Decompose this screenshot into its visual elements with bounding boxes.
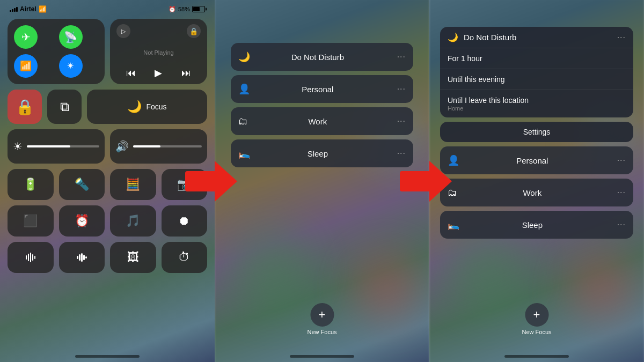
photo-btn[interactable]: 🖼 [110, 242, 156, 273]
timer-icon: ⏱ [178, 250, 190, 264]
p3-sleep-item[interactable]: 🛌 Sleep ··· [440, 211, 633, 239]
shazam-icon: 🎵 [126, 214, 140, 228]
volume-slider[interactable]: 🔊 [110, 129, 207, 164]
toggle-group: ✈ 📡 📶 ✴ [8, 19, 105, 84]
signal-bar-3 [14, 8, 16, 12]
sleep-label: Sleep [238, 149, 397, 158]
work-label: Work [238, 117, 397, 126]
np-controls: ⏮ ▶ ⏭ [116, 67, 201, 79]
p3-work-item[interactable]: 🗂 Work ··· [440, 179, 633, 206]
brightness-fill [27, 145, 70, 147]
work-focus-item[interactable]: 🗂 Work ··· [231, 107, 413, 135]
record-icon: ⏺ [178, 214, 190, 228]
new-focus-label-3: New Focus [522, 329, 551, 335]
alarm-icon: ⏰ [169, 6, 176, 13]
home-indicator-3[interactable] [504, 355, 569, 358]
alarm-grid-icon: ⏰ [75, 214, 89, 228]
dnd-header-moon-icon: 🌙 [448, 32, 458, 42]
p3-personal-more-btn[interactable]: ··· [617, 156, 626, 165]
new-focus-btn-2[interactable]: + New Focus [307, 303, 336, 335]
red-patch-3 [569, 255, 633, 319]
calculator-btn[interactable]: 🧮 [110, 169, 156, 200]
cellular-btn[interactable]: 📡 [59, 25, 83, 49]
cc-row2: 🔒 ⧉ 🌙 Focus [8, 90, 207, 124]
dnd-expanded-menu: 🌙 Do Not Disturb ··· For 1 hour Until th… [440, 27, 633, 243]
wifi-btn[interactable]: 📶 [14, 54, 38, 78]
np-top: ▷ 🔒 [116, 24, 201, 38]
now-playing-widget: ▷ 🔒 Not Playing ⏮ ▶ ⏭ [110, 19, 207, 84]
record-btn[interactable]: ⏺ [162, 205, 208, 237]
home-indicator-1[interactable] [75, 355, 140, 358]
home-indicator-2[interactable] [290, 355, 354, 358]
bluetooth-btn[interactable]: ✴ [59, 54, 83, 78]
dnd-location-option[interactable]: Until I leave this location Home [440, 90, 633, 117]
p3-personal-label: Personal [448, 156, 617, 165]
signal-bar-2 [12, 9, 13, 12]
p3-sleep-more-btn[interactable]: ··· [617, 220, 626, 230]
sleep-more-btn[interactable]: ··· [397, 149, 406, 158]
status-bar-1: Airtel 📶 ⏰ 58% [0, 5, 215, 13]
sleep-focus-item[interactable]: 🛌 Sleep ··· [231, 139, 413, 167]
wifi-btn-icon: 📶 [20, 60, 32, 72]
airplane-mode-btn[interactable]: ✈ [14, 25, 38, 49]
panel-3: 🌙 Do Not Disturb ··· For 1 hour Until th… [429, 0, 644, 362]
focus-btn[interactable]: 🌙 Focus [87, 90, 207, 124]
battery-widget-btn[interactable]: 🔋 [8, 169, 54, 200]
brightness-slider[interactable]: ☀ [8, 129, 105, 164]
battery-tip [206, 8, 207, 11]
work-more-btn[interactable]: ··· [397, 116, 406, 126]
cellular-icon: 📡 [64, 31, 77, 43]
prev-track-btn[interactable]: ⏮ [126, 68, 136, 79]
dnd-focus-item[interactable]: 🌙 Do Not Disturb ··· [231, 43, 413, 71]
next-track-btn[interactable]: ⏭ [181, 68, 191, 79]
dnd-header-more-btn[interactable]: ··· [617, 33, 626, 42]
shazam-btn[interactable]: 🎵 [110, 205, 156, 237]
personal-more-btn[interactable]: ··· [397, 84, 406, 94]
status-right: ⏰ 58% [169, 6, 205, 13]
new-focus-circle-2: + [310, 303, 334, 327]
airplay-btn[interactable]: ▷ [116, 24, 130, 38]
moon-icon: 🌙 [127, 100, 142, 114]
volume-icon: 🔊 [115, 140, 129, 153]
voice-memo-btn[interactable] [8, 242, 54, 273]
arrow-body-2 [400, 171, 429, 191]
dnd-1hr-option[interactable]: For 1 hour [440, 48, 633, 69]
flashlight-icon: 🔦 [75, 178, 89, 191]
lock-rotation-btn[interactable]: 🔒 [187, 24, 201, 38]
screen-lock-btn[interactable]: 🔒 [8, 90, 42, 124]
dnd-focus-list: 👤 Personal ··· 🗂 Work ··· 🛌 Sleep ··· [440, 146, 633, 239]
carrier-name: Airtel [20, 5, 36, 13]
battery-percent: 58% [178, 6, 190, 12]
dnd-options: For 1 hour Until this evening Until I le… [440, 48, 633, 117]
flashlight-btn[interactable]: 🔦 [59, 169, 105, 200]
timer-btn[interactable]: ⏱ [162, 242, 208, 273]
dnd-header: 🌙 Do Not Disturb ··· [440, 27, 633, 48]
personal-label: Personal [238, 85, 397, 94]
dnd-settings-btn[interactable]: Settings [440, 122, 633, 142]
dnd-label: Do Not Disturb [238, 53, 397, 62]
cc-top-row: ✈ 📡 📶 ✴ ▷ 🔒 Not Play [8, 19, 207, 84]
alarm-btn[interactable]: ⏰ [59, 205, 105, 237]
p3-work-more-btn[interactable]: ··· [617, 188, 626, 197]
mirror-icon: ⧉ [60, 99, 69, 114]
personal-focus-item[interactable]: 👤 Personal ··· [231, 75, 413, 103]
p3-personal-item[interactable]: 👤 Personal ··· [440, 146, 633, 174]
brightness-icon: ☀ [13, 140, 23, 153]
calculator-icon: 🧮 [126, 178, 140, 191]
arrow-head-1 [215, 161, 237, 202]
signal-bars [10, 6, 18, 12]
volume-track [133, 145, 202, 147]
status-left: Airtel 📶 [10, 5, 47, 13]
battery-icon [192, 6, 205, 12]
cc-grid-2: ⬛ ⏰ 🎵 ⏺ [8, 205, 207, 237]
new-focus-btn-3[interactable]: + New Focus [522, 303, 551, 335]
cc-grid-3: 🖼 ⏱ [8, 242, 207, 273]
dnd-evening-option[interactable]: Until this evening [440, 69, 633, 90]
qr-scanner-btn[interactable]: ⬛ [8, 205, 54, 237]
dnd-more-btn[interactable]: ··· [397, 52, 406, 62]
arrow-2 [400, 161, 452, 202]
magnifier-btn[interactable] [59, 242, 105, 273]
mirror-btn[interactable]: ⧉ [47, 90, 82, 124]
play-pause-btn[interactable]: ▶ [155, 67, 162, 79]
cc-grid-1: 🔋 🔦 🧮 📷 [8, 169, 207, 200]
